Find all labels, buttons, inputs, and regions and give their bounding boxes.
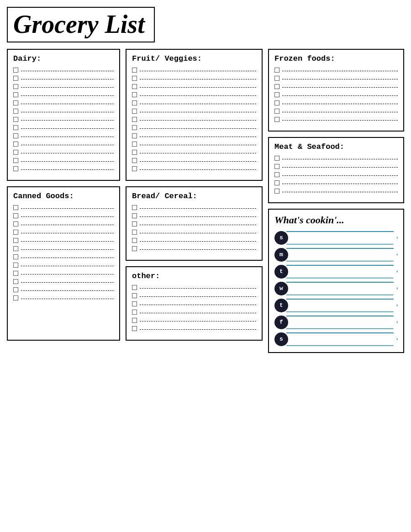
day-circle-s1[interactable]: s — [274, 231, 288, 245]
checkbox[interactable] — [132, 221, 137, 226]
day-arrow-s2[interactable] — [286, 332, 398, 346]
day-arrow-m[interactable] — [286, 248, 398, 262]
checkbox[interactable] — [13, 109, 18, 114]
list-item — [13, 117, 114, 122]
checkbox[interactable] — [132, 326, 137, 331]
day-circle-f[interactable]: f — [274, 316, 288, 329]
dash-line — [21, 120, 114, 121]
checkbox[interactable] — [274, 76, 279, 81]
checkbox[interactable] — [13, 125, 18, 130]
checkbox[interactable] — [13, 213, 18, 218]
day-arrow-s1[interactable] — [286, 231, 398, 245]
dash-line — [282, 120, 398, 121]
dash-line — [140, 128, 256, 129]
checkbox[interactable] — [274, 172, 279, 177]
checkbox[interactable] — [132, 301, 137, 306]
dairy-title: Dairy: — [13, 54, 114, 63]
checkbox[interactable] — [132, 213, 137, 218]
checkbox[interactable] — [13, 133, 18, 138]
checkbox[interactable] — [274, 109, 279, 114]
checkbox[interactable] — [13, 238, 18, 243]
checkbox[interactable] — [132, 109, 137, 114]
checkbox[interactable] — [132, 285, 137, 290]
checkbox[interactable] — [13, 100, 18, 105]
checkbox[interactable] — [13, 263, 18, 268]
list-item — [132, 318, 256, 323]
day-arrow-t1[interactable] — [286, 265, 398, 279]
dash-line — [140, 153, 256, 153]
day-arrow-f[interactable] — [286, 316, 398, 329]
checkbox[interactable] — [132, 125, 137, 130]
checkbox[interactable] — [274, 117, 279, 122]
list-item — [13, 271, 114, 276]
day-arrow-t2[interactable] — [286, 299, 398, 312]
checkbox[interactable] — [132, 205, 137, 210]
checkbox[interactable] — [13, 84, 18, 89]
list-item — [13, 125, 114, 130]
checkbox[interactable] — [132, 92, 137, 97]
checkbox[interactable] — [132, 100, 137, 105]
checkbox[interactable] — [13, 254, 18, 259]
checkbox[interactable] — [132, 84, 137, 89]
list-item — [274, 76, 398, 81]
checkbox[interactable] — [274, 68, 279, 73]
checkbox[interactable] — [132, 230, 137, 235]
dash-line — [140, 313, 256, 313]
list-item — [13, 109, 114, 114]
checkbox[interactable] — [132, 293, 137, 298]
checkbox[interactable] — [13, 287, 18, 292]
checkbox[interactable] — [274, 164, 279, 169]
day-circle-m[interactable]: m — [274, 248, 288, 262]
checkbox[interactable] — [13, 221, 18, 226]
checkbox[interactable] — [13, 279, 18, 284]
checkbox[interactable] — [132, 158, 137, 163]
list-item — [274, 109, 398, 114]
dash-line — [21, 137, 114, 137]
dash-line — [140, 169, 256, 170]
list-item — [132, 310, 256, 315]
checkbox[interactable] — [274, 156, 279, 161]
day-circle-t2[interactable]: t — [274, 299, 288, 312]
day-banner-t2: t — [274, 298, 398, 313]
day-circle-s2[interactable]: s — [274, 332, 288, 346]
checkbox[interactable] — [13, 205, 18, 210]
checkbox[interactable] — [132, 142, 137, 147]
checkbox[interactable] — [274, 84, 279, 89]
checkbox[interactable] — [13, 230, 18, 235]
checkbox[interactable] — [132, 76, 137, 81]
checkbox[interactable] — [132, 133, 137, 138]
checkbox[interactable] — [13, 142, 18, 147]
checkbox[interactable] — [13, 92, 18, 97]
day-circle-t1[interactable]: t — [274, 265, 288, 279]
checkbox[interactable] — [13, 150, 18, 155]
checkbox[interactable] — [132, 150, 137, 155]
day-circle-w[interactable]: w — [274, 282, 288, 295]
checkbox[interactable] — [274, 189, 279, 194]
list-item — [132, 285, 256, 290]
checkbox[interactable] — [132, 246, 137, 251]
list-item — [274, 172, 398, 177]
dash-line — [21, 71, 114, 71]
day-arrow-w[interactable] — [286, 282, 398, 295]
checkbox[interactable] — [13, 166, 18, 171]
main-layout: Dairy: — [7, 49, 404, 353]
checkbox[interactable] — [274, 92, 279, 97]
checkbox[interactable] — [13, 76, 18, 81]
checkbox[interactable] — [132, 238, 137, 243]
checkbox[interactable] — [13, 246, 18, 251]
checkbox[interactable] — [132, 68, 137, 73]
checkbox[interactable] — [132, 117, 137, 122]
list-item — [132, 158, 256, 163]
checkbox[interactable] — [132, 166, 137, 171]
checkbox[interactable] — [13, 117, 18, 122]
checkbox[interactable] — [274, 100, 279, 105]
checkbox[interactable] — [132, 318, 137, 323]
checkbox[interactable] — [13, 68, 18, 73]
checkbox[interactable] — [13, 271, 18, 276]
checkbox[interactable] — [13, 295, 18, 300]
day-banner-w: w — [274, 281, 398, 296]
dash-line — [282, 167, 398, 168]
checkbox[interactable] — [132, 310, 137, 315]
checkbox[interactable] — [274, 180, 279, 185]
checkbox[interactable] — [13, 158, 18, 163]
